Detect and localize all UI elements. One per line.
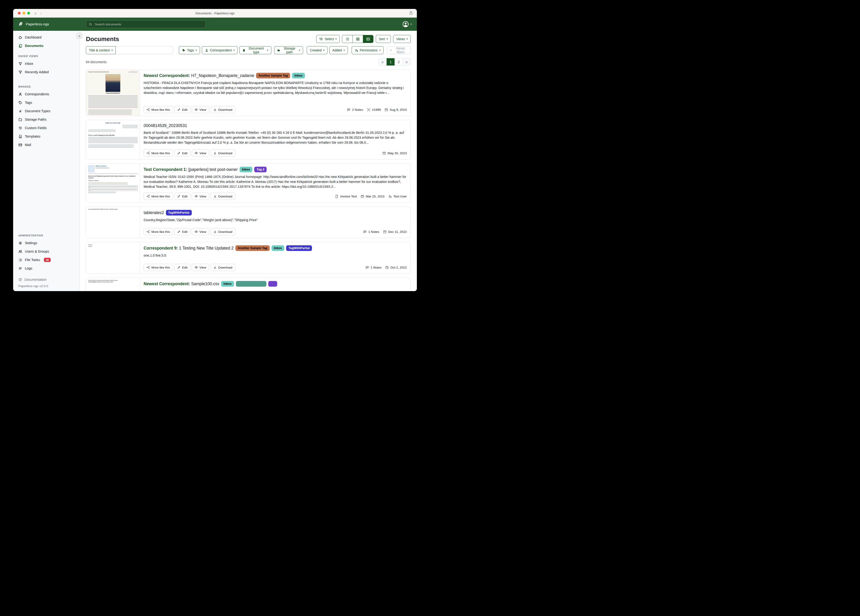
pagination-page-1[interactable]: 1 bbox=[386, 58, 395, 66]
title-content-input[interactable] bbox=[116, 46, 173, 54]
views-dropdown-button[interactable]: Views ▾ bbox=[393, 35, 411, 43]
document-title-link[interactable]: Sample100.csv bbox=[191, 281, 219, 286]
view-button[interactable]: View bbox=[192, 193, 209, 200]
pagination-page-2[interactable]: 2 bbox=[395, 58, 403, 66]
sort-dropdown-button[interactable]: Sort ▾ bbox=[376, 35, 391, 43]
document-title-link[interactable]: tablerates2 bbox=[144, 211, 164, 215]
question-circle-icon bbox=[18, 278, 22, 281]
more-like-this-button[interactable]: More like this bbox=[144, 264, 173, 271]
sidebar-item-settings[interactable]: Settings bbox=[16, 239, 77, 247]
tag-tag-2[interactable]: Tag 2 bbox=[254, 167, 267, 172]
document-correspondent-link[interactable]: Newest Correspondent bbox=[144, 73, 189, 78]
permissions-filter-button[interactable]: Permissions ▾ bbox=[352, 46, 383, 54]
document-thumbnail[interactable]: Country,Region/State,"Zip/Postal Code","… bbox=[86, 207, 140, 238]
tag-another-sample-tag[interactable]: Another Sample Tag bbox=[235, 245, 270, 251]
download-button[interactable]: Download bbox=[210, 193, 235, 200]
sidebar-item-inbox[interactable]: Inbox bbox=[16, 60, 77, 68]
added-filter-button[interactable]: Added ▾ bbox=[329, 46, 348, 54]
edit-button[interactable]: Edit bbox=[174, 193, 190, 200]
document-thumbnail[interactable]: one,1.0 five,5.0 bbox=[86, 242, 140, 274]
more-like-this-button[interactable]: More like this bbox=[144, 106, 173, 113]
back-chevron-icon[interactable]: ‹ bbox=[35, 11, 36, 16]
sidebar-item-storage-paths[interactable]: Storage Paths bbox=[16, 115, 77, 124]
tag-inbox[interactable]: Inbox bbox=[221, 281, 234, 287]
sidebar-item-custom-fields[interactable]: Custom Fields bbox=[16, 124, 77, 132]
user-menu[interactable]: ▾ bbox=[402, 21, 412, 27]
thumb-journal-name: Medical Teacher bbox=[96, 165, 138, 167]
close-window-button[interactable] bbox=[18, 12, 20, 14]
chevron-down-icon: ▾ bbox=[233, 49, 234, 52]
storage-path-filter-button[interactable]: Storage path ▾ bbox=[274, 46, 303, 54]
sidebar-item-logs[interactable]: Logs bbox=[16, 264, 77, 273]
document-thumbnail[interactable]: Medical Teacher Has the new Kirkpatrick … bbox=[86, 163, 140, 203]
document-correspondent-link[interactable]: Test Correspondent 1 bbox=[144, 167, 186, 172]
minimize-window-button[interactable] bbox=[22, 12, 25, 14]
document-title-link[interactable]: H7_Napoleon_Bonaparte_zadanie bbox=[191, 73, 254, 78]
tags-filter-button[interactable]: Tags ▾ bbox=[179, 46, 200, 54]
more-like-this-button[interactable]: More like this bbox=[144, 193, 173, 200]
edit-button[interactable]: Edit bbox=[174, 264, 190, 271]
document-title-link[interactable]: [paperless] test post-owner bbox=[188, 167, 237, 172]
document-thumbnail[interactable]: BANK OF SCOTLAND 2,0 % p. a. auf Ihr Tag… bbox=[86, 120, 140, 159]
more-like-this-label: More like this bbox=[151, 266, 170, 269]
list-view-toggle[interactable] bbox=[342, 35, 353, 43]
tag-inbox[interactable]: Inbox bbox=[240, 167, 253, 172]
sidebar-collapse-button[interactable]: « bbox=[76, 33, 83, 39]
sidebar-item-recently-added[interactable]: Recently Added bbox=[16, 68, 77, 76]
more-like-this-button[interactable]: More like this bbox=[144, 228, 173, 235]
edit-button[interactable]: Edit bbox=[174, 106, 190, 113]
sidebar-item-file-tasks[interactable]: File Tasks 16 bbox=[16, 256, 77, 264]
sidebar-item-documents[interactable]: Documents bbox=[16, 42, 77, 50]
share-icon[interactable] bbox=[409, 11, 413, 16]
pagination-next-button[interactable]: » bbox=[403, 58, 411, 66]
edit-button[interactable]: Edit bbox=[174, 149, 190, 157]
tag-tagwithpartial[interactable]: TagWithPartial bbox=[166, 210, 192, 215]
download-button[interactable]: Download bbox=[210, 149, 235, 157]
detail-view-toggle[interactable] bbox=[363, 35, 373, 43]
sidebar-item-mail[interactable]: Mail bbox=[16, 141, 77, 149]
download-button[interactable]: Download bbox=[210, 264, 235, 271]
tag-inbox[interactable]: Inbox bbox=[292, 73, 305, 79]
tag-partial[interactable] bbox=[268, 281, 277, 287]
correspondent-filter-button[interactable]: Correspondent ▾ bbox=[202, 46, 238, 54]
document-type-filter-button[interactable]: Document type ▾ bbox=[239, 46, 271, 54]
sidebar-item-tags[interactable]: Tags bbox=[16, 98, 77, 107]
document-thumbnail[interactable]: Serial Number,Company Name,Employee Mark… bbox=[86, 278, 140, 291]
app-brand[interactable]: Paperless-ngx bbox=[18, 22, 49, 27]
sidebar-item-templates[interactable]: Templates bbox=[16, 132, 77, 141]
documentation-link[interactable]: Documentation bbox=[13, 276, 80, 283]
download-button[interactable]: Download bbox=[210, 228, 235, 235]
title-content-dropdown-button[interactable]: Title & content ▾ bbox=[86, 46, 116, 54]
document-title-link[interactable]: 0004814539_20230531 bbox=[144, 123, 187, 128]
sidebar-item-users-groups[interactable]: Users & Groups bbox=[16, 247, 77, 256]
reset-filters-button[interactable]: × Reset filters bbox=[387, 46, 411, 54]
more-like-this-button[interactable]: More like this bbox=[144, 149, 173, 157]
view-button[interactable]: View bbox=[192, 106, 209, 113]
pagination-prev-button[interactable]: « bbox=[378, 58, 386, 66]
sidebar-item-correspondents[interactable]: Correspondents bbox=[16, 90, 77, 98]
document-type: Invoice Test bbox=[335, 195, 357, 198]
file-earmark-icon bbox=[335, 195, 339, 198]
tag-inbox[interactable]: Inbox bbox=[271, 245, 284, 251]
tag-tagwithpartial[interactable]: TagWithPartial bbox=[286, 245, 312, 251]
created-filter-button[interactable]: Created ▾ bbox=[307, 46, 327, 54]
global-search[interactable] bbox=[86, 20, 206, 28]
document-thumbnail[interactable]: Francja pod rządami Napoleona Bonaparte … bbox=[86, 70, 140, 116]
grid-view-toggle[interactable] bbox=[353, 35, 363, 43]
tag-partial[interactable] bbox=[236, 281, 267, 287]
view-button[interactable]: View bbox=[192, 264, 209, 271]
download-button[interactable]: Download bbox=[210, 106, 235, 113]
sidebar-item-dashboard[interactable]: Dashboard bbox=[16, 33, 77, 42]
search-input[interactable] bbox=[94, 22, 203, 26]
sidebar-item-document-types[interactable]: # Document Types bbox=[16, 107, 77, 115]
forward-chevron-icon[interactable]: › bbox=[40, 11, 42, 16]
tag-another-sample-tag[interactable]: Another Sample Tag bbox=[256, 73, 290, 79]
document-correspondent-link[interactable]: Correspondent 9 bbox=[144, 246, 176, 251]
document-title-link[interactable]: 1 Testing New Title Updated 2 bbox=[179, 246, 234, 251]
view-button[interactable]: View bbox=[192, 228, 209, 235]
view-button[interactable]: View bbox=[192, 149, 209, 157]
select-dropdown-button[interactable]: Select ▾ bbox=[316, 35, 340, 43]
document-correspondent-link[interactable]: Newest Correspondent bbox=[144, 281, 189, 286]
zoom-window-button[interactable] bbox=[27, 12, 30, 14]
edit-button[interactable]: Edit bbox=[174, 228, 190, 235]
